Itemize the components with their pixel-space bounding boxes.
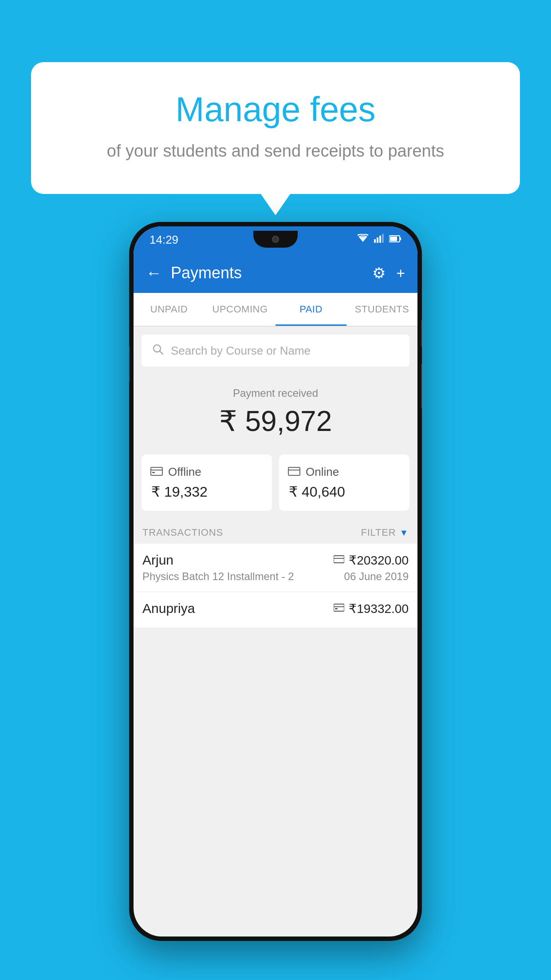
payment-total-amount: ₹ 59,972 xyxy=(134,405,417,438)
search-input-placeholder: Search by Course or Name xyxy=(171,344,311,358)
app-bar-icons: ⚙ + xyxy=(372,264,405,282)
filter-label: FILTER xyxy=(361,527,396,538)
side-button-right-bottom xyxy=(421,364,422,408)
online-label: Online xyxy=(306,465,339,479)
svg-rect-13 xyxy=(288,467,300,475)
app-title: Payments xyxy=(171,264,372,282)
filter-icon: ▼ xyxy=(399,528,409,538)
payment-cards: Offline ₹ 19,332 Online ₹ 40,640 xyxy=(134,454,417,520)
tab-unpaid[interactable]: UNPAID xyxy=(134,293,205,326)
search-bar[interactable]: Search by Course or Name xyxy=(142,335,409,367)
phone-screen: 14:29 ← Payments ⚙ + xyxy=(134,226,417,937)
filter-button[interactable]: FILTER ▼ xyxy=(361,527,409,538)
svg-line-9 xyxy=(160,351,163,354)
transaction-date: 06 June 2019 xyxy=(344,570,409,583)
svg-rect-3 xyxy=(379,236,381,243)
transaction-amount: ₹19332.00 xyxy=(349,601,409,616)
transaction-name: Anupriya xyxy=(142,601,195,616)
offline-payment-icon xyxy=(334,603,344,614)
svg-rect-17 xyxy=(334,604,344,611)
search-icon xyxy=(152,344,164,358)
offline-amount: ₹ 19,332 xyxy=(151,483,263,500)
svg-rect-19 xyxy=(335,608,338,609)
svg-rect-12 xyxy=(152,472,155,473)
tab-students[interactable]: STUDENTS xyxy=(346,293,417,326)
transaction-amount-row: ₹19332.00 xyxy=(334,601,409,616)
signal-icon xyxy=(374,234,384,245)
table-row[interactable]: Arjun ₹20320.00 Physics Batch 12 Install… xyxy=(134,544,417,592)
svg-rect-7 xyxy=(390,237,397,241)
status-icons xyxy=(357,234,401,245)
side-button-left xyxy=(129,346,130,382)
wifi-icon xyxy=(357,234,369,245)
add-button[interactable]: + xyxy=(396,265,405,282)
transaction-course: Physics Batch 12 Installment - 2 xyxy=(142,570,294,583)
svg-rect-10 xyxy=(151,467,162,475)
back-button[interactable]: ← xyxy=(146,264,162,282)
transaction-name: Arjun xyxy=(142,553,173,568)
transaction-top-row: Arjun ₹20320.00 xyxy=(142,553,409,568)
app-bar: ← Payments ⚙ + xyxy=(134,253,417,293)
online-icon xyxy=(288,465,300,479)
tab-upcoming[interactable]: UPCOMING xyxy=(205,293,276,326)
svg-rect-15 xyxy=(334,556,344,563)
offline-label: Offline xyxy=(168,465,201,479)
tabs: UNPAID UPCOMING PAID STUDENTS xyxy=(134,293,417,327)
bubble-subtitle: of your students and send receipts to pa… xyxy=(67,139,484,163)
offline-card: Offline ₹ 19,332 xyxy=(142,454,272,511)
battery-icon xyxy=(389,234,401,245)
svg-rect-4 xyxy=(382,234,384,243)
transaction-amount-row: ₹20320.00 xyxy=(334,553,409,568)
table-row[interactable]: Anupriya ₹19332.00 xyxy=(134,592,417,628)
online-card: Online ₹ 40,640 xyxy=(279,454,409,511)
svg-rect-6 xyxy=(400,237,401,240)
offline-icon xyxy=(150,465,163,479)
speech-bubble: Manage fees of your students and send re… xyxy=(31,62,520,194)
content-area: Search by Course or Name Payment receive… xyxy=(134,335,417,628)
svg-rect-1 xyxy=(374,239,376,243)
transaction-amount: ₹20320.00 xyxy=(349,553,409,568)
camera xyxy=(272,236,279,243)
transactions-header: TRANSACTIONS FILTER ▼ xyxy=(134,520,417,544)
svg-rect-2 xyxy=(377,237,378,243)
payment-received-label: Payment received xyxy=(134,387,417,399)
settings-icon[interactable]: ⚙ xyxy=(372,264,386,282)
offline-card-header: Offline xyxy=(150,465,263,479)
bubble-title: Manage fees xyxy=(67,89,484,130)
transaction-top-row: Anupriya ₹19332.00 xyxy=(142,601,409,616)
side-button-right-top xyxy=(421,320,422,346)
notch xyxy=(253,231,298,248)
online-card-header: Online xyxy=(288,465,401,479)
online-payment-icon xyxy=(334,554,344,566)
payment-summary: Payment received ₹ 59,972 xyxy=(134,375,417,454)
transactions-label: TRANSACTIONS xyxy=(142,527,223,538)
transaction-bottom-row: Physics Batch 12 Installment - 2 06 June… xyxy=(142,570,409,583)
phone-frame: 14:29 ← Payments ⚙ + xyxy=(129,222,422,941)
online-amount: ₹ 40,640 xyxy=(289,483,401,500)
speech-bubble-wrapper: Manage fees of your students and send re… xyxy=(31,62,520,194)
tab-paid[interactable]: PAID xyxy=(276,293,346,326)
svg-marker-0 xyxy=(359,237,367,242)
